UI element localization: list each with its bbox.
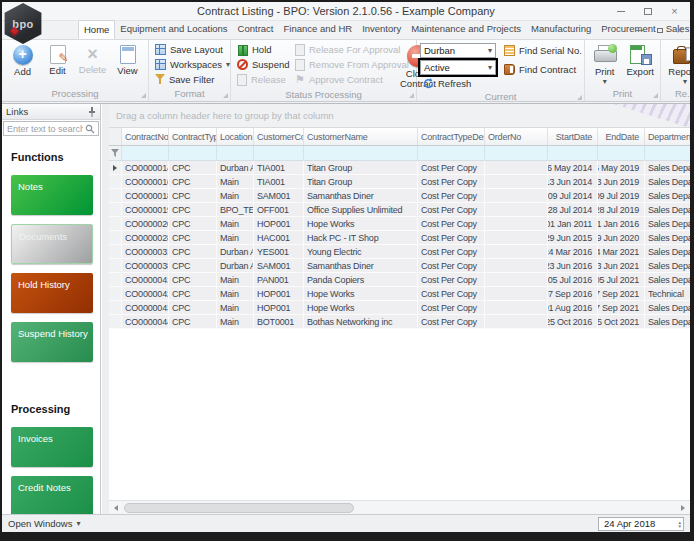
table-row[interactable]: CO0000038CPCDurban AreaSAM001Samanthas D…: [109, 259, 690, 273]
print-button[interactable]: Print▾: [588, 42, 622, 88]
remove-from-approval-button[interactable]: Remove From Approval: [292, 57, 400, 72]
filter-cell-enddate[interactable]: [598, 146, 645, 160]
date-editor[interactable]: 24 Apr 2018 ▴▾: [598, 517, 684, 531]
sidebar-button-documents[interactable]: Documents: [11, 224, 93, 264]
refresh-button[interactable]: Refresh: [420, 76, 501, 91]
cell-departmentname: Sales Department: [645, 231, 690, 244]
mdi-close-button[interactable]: ×: [674, 25, 686, 35]
filter-cell-customername[interactable]: [304, 146, 418, 160]
filter-cell-contracttype[interactable]: [169, 146, 217, 160]
column-header-departmentname[interactable]: DepartmentName: [645, 128, 690, 145]
column-header-contracttype[interactable]: ContractType: [169, 128, 217, 145]
sidebar-button-notes[interactable]: Notes: [11, 175, 93, 215]
date-spinner[interactable]: ▴▾: [678, 520, 681, 528]
window-close-button[interactable]: ×: [661, 2, 688, 21]
dialog-launcher-icon[interactable]: [141, 93, 146, 98]
mdi-restore-button[interactable]: [654, 25, 666, 35]
workspaces-button[interactable]: Workspaces▾: [152, 57, 227, 72]
delete-button[interactable]: ×Delete: [75, 42, 110, 88]
ribbon-group-format: Save Layout Workspaces▾ Save Filter Form…: [149, 40, 231, 101]
mdi-minimize-button[interactable]: [634, 25, 646, 35]
table-row[interactable]: CO0000043CPCMainHOP001Hope WorksCost Per…: [109, 301, 690, 315]
column-header-contracttypedesc[interactable]: ContractTypeDesc: [418, 128, 485, 145]
filter-cell-location[interactable]: [217, 146, 254, 160]
find-contract-button[interactable]: Find Contract: [501, 62, 581, 77]
table-row[interactable]: CO0000044CPCMainBOT0001Bothas Networking…: [109, 315, 690, 329]
dialog-launcher-icon[interactable]: [577, 95, 582, 100]
search-input[interactable]: [7, 124, 83, 134]
cell-contractno: CO0000014: [122, 161, 169, 174]
status-combobox[interactable]: Active▾: [420, 60, 496, 75]
filter-cell-departmentname[interactable]: [645, 146, 690, 160]
panel-splitter[interactable]: [102, 104, 109, 514]
sidebar-button-credit-notes[interactable]: Credit Notes: [11, 476, 93, 514]
pin-icon[interactable]: [88, 107, 96, 117]
column-header-contractno[interactable]: ContractNo: [122, 128, 169, 145]
window-maximize-button[interactable]: [634, 2, 661, 21]
cell-startdate: 29 Jun 2015: [548, 231, 598, 244]
scroll-left-button[interactable]: [109, 501, 123, 515]
suspend-button[interactable]: Suspend: [234, 57, 292, 72]
tab-inventory[interactable]: Inventory: [357, 20, 406, 39]
tab-contract[interactable]: Contract: [233, 20, 279, 39]
table-row[interactable]: CO0000018CPCMainSAM001Samanthas DinerCos…: [109, 189, 690, 203]
dialog-launcher-icon[interactable]: [223, 93, 228, 98]
find-serial-button[interactable]: Find Serial No.: [501, 43, 581, 58]
reports-button[interactable]: Reports▾: [664, 42, 690, 88]
filter-cell-startdate[interactable]: [548, 146, 598, 160]
table-row[interactable]: CO0000016CPCMainTIA001Titan GroupCost Pe…: [109, 175, 690, 189]
cell-customername: Office Supplies Unlimited: [304, 203, 418, 216]
tab-manufacturing[interactable]: Manufacturing: [526, 20, 596, 39]
table-row[interactable]: CO0000019CPCBPO_TELOFF001Office Supplies…: [109, 203, 690, 217]
horizontal-scrollbar[interactable]: [109, 500, 690, 514]
table-row[interactable]: CO0000042CPCMainHOP001Hope WorksCost Per…: [109, 287, 690, 301]
table-row[interactable]: CO0000031CPCDurban AreaYES001Young Elect…: [109, 245, 690, 259]
save-layout-button[interactable]: Save Layout: [152, 42, 227, 57]
hold-button[interactable]: Hold: [234, 42, 292, 57]
release-for-approval-button[interactable]: Release For Approval: [292, 42, 400, 57]
release-button[interactable]: Release: [234, 72, 292, 87]
sidebar-button-suspend-history[interactable]: Suspend History: [11, 322, 93, 362]
export-button[interactable]: Export: [624, 42, 658, 88]
cell-contractno: CO0000044: [122, 315, 169, 328]
tab-equipment-and-locations[interactable]: Equipment and Locations: [115, 20, 232, 39]
table-row[interactable]: CO0000028CPCMainHAC001Hack PC - IT ShopC…: [109, 231, 690, 245]
filter-cell-contractno[interactable]: [122, 146, 169, 160]
cell-departmentname: Sales Department: [645, 301, 690, 314]
column-header-customercode[interactable]: CustomerCode: [254, 128, 304, 145]
sidebar-button-invoices[interactable]: Invoices: [11, 427, 93, 467]
column-header-startdate[interactable]: StartDate: [548, 128, 598, 145]
approve-contract-button[interactable]: ⚑Approve Contract: [292, 72, 400, 87]
table-row[interactable]: CO0000014CPCDurban AreaTIA001Titan Group…: [109, 161, 690, 175]
tab-finance-and-hr[interactable]: Finance and HR: [278, 20, 357, 39]
site-combobox[interactable]: Durban▾: [420, 43, 496, 58]
edit-button[interactable]: ✎Edit: [40, 42, 75, 88]
view-button[interactable]: View: [110, 42, 145, 88]
column-header-location[interactable]: Location: [217, 128, 254, 145]
cell-contracttypedesc: Cost Per Copy: [418, 203, 485, 216]
table-row[interactable]: CO0000041CPCMainPAN001Panda CopiersCost …: [109, 273, 690, 287]
open-windows-button[interactable]: Open Windows ▾: [8, 518, 80, 529]
dialog-launcher-icon[interactable]: [409, 93, 414, 98]
scroll-right-button[interactable]: [676, 501, 690, 515]
window-minimize-button[interactable]: [607, 2, 634, 21]
sidebar-button-hold-history[interactable]: Hold History: [11, 273, 93, 313]
dialog-launcher-icon[interactable]: [653, 93, 658, 98]
filter-cell-customercode[interactable]: [254, 146, 304, 160]
group-label-current: Current: [485, 91, 517, 102]
scrollbar-thumb[interactable]: [124, 503, 354, 513]
find-contract-icon: [504, 64, 515, 75]
cell-contracttype: CPC: [169, 217, 217, 230]
tab-home[interactable]: Home: [78, 20, 115, 39]
column-header-enddate[interactable]: EndDate: [598, 128, 645, 145]
filter-cell-orderno[interactable]: [485, 146, 548, 160]
save-filter-button[interactable]: Save Filter: [152, 72, 227, 87]
column-header-customername[interactable]: CustomerName: [304, 128, 418, 145]
close-icon: ×: [671, 6, 677, 17]
tab-maintenance-and-projects[interactable]: Maintenance and Projects: [406, 20, 526, 39]
add-button[interactable]: +Add: [5, 42, 40, 88]
column-header-orderno[interactable]: OrderNo: [485, 128, 548, 145]
table-row[interactable]: CO0000020CPCMainHOP001Hope WorksCost Per…: [109, 217, 690, 231]
group-by-panel[interactable]: Drag a column header here to group by th…: [109, 104, 690, 128]
filter-cell-contracttypedesc[interactable]: [418, 146, 485, 160]
